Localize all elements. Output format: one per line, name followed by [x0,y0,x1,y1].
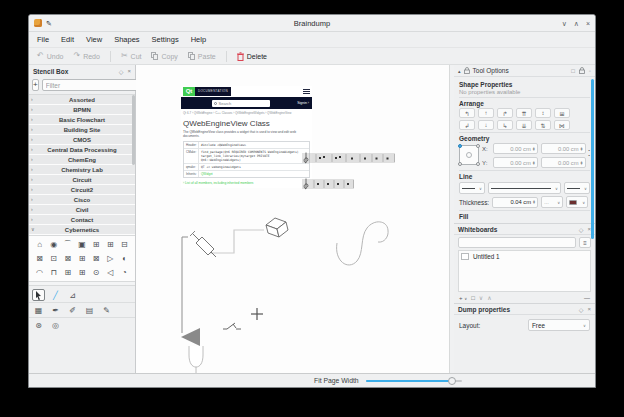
arrange-button[interactable]: ↓ [478,120,494,130]
stencil-shape-thumbnail[interactable]: ◐ [118,252,131,265]
float-dock-icon[interactable]: ◇ [579,226,584,233]
arrange-button[interactable]: ⇈ [516,108,532,118]
redo-button[interactable]: ↷ Redo [73,52,99,60]
zoom-tool-button[interactable]: ◎ [49,320,62,332]
arrange-button[interactable]: ↳ [497,120,513,130]
pattern-tool-button[interactable]: ▦ [32,304,45,316]
delete-button[interactable]: Delete [237,52,267,61]
stencil-category[interactable]: › Civil [29,205,135,214]
eraser-tool-button[interactable]: ✐ [66,304,79,316]
zoom-slider-handle[interactable] [448,377,456,385]
stencil-category[interactable]: › Circuit2 [29,185,135,194]
remove-whiteboard-button[interactable]: — [584,295,590,301]
stencil-category[interactable]: › Circuit [29,175,135,184]
cuboid-shape[interactable] [266,218,288,237]
stencil-category[interactable]: › CMOS [29,135,135,144]
stencil-shape-thumbnail[interactable]: ◁ [104,266,117,279]
stencil-shape-thumbnail[interactable]: ⊞ [75,266,88,279]
menu-item[interactable]: File [37,35,49,44]
close-dock-icon[interactable]: × [127,68,131,75]
maximize-button[interactable]: ∧ [574,20,579,27]
connector-tool-button[interactable]: ⊿ [66,289,79,301]
stencil-category[interactable]: ∨ Cybernetics [29,225,135,234]
stencil-shape-thumbnail[interactable]: ⊞ [104,238,117,251]
resistor-shape[interactable] [190,231,216,257]
lock-dock-icon[interactable] [579,67,585,74]
float-dock-icon[interactable]: ◇ [119,68,124,75]
close-dock-icon[interactable]: × [587,306,591,313]
width-field[interactable]: 0.00 cm ▴▾ [541,143,586,154]
stencil-category[interactable]: › Chemistry Lab [29,165,135,174]
copy-button[interactable]: Copy [151,52,177,60]
height-field[interactable]: 0.00 cm ▴▾ [541,157,586,168]
minimize-button[interactable]: ∨ [562,20,567,27]
line-cap-select[interactable]: … ∨ [541,196,563,208]
keep-aspect-icon[interactable]: ▪▪ [589,149,590,158]
stencil-shape-thumbnail[interactable]: ⊠ [90,252,103,265]
stencil-shape-thumbnail[interactable]: ⊙ [90,266,103,279]
stencil-category[interactable]: › Cisco [29,195,135,204]
stencil-shape-thumbnail[interactable]: ⊞ [90,238,103,251]
select-tool-button[interactable] [32,289,45,301]
menu-item[interactable]: View [86,35,102,44]
stencil-shape-thumbnail[interactable]: ⌂ [33,238,46,251]
stencil-shape-thumbnail[interactable]: ⊟ [118,238,131,251]
move-down-button[interactable]: ∨ [479,294,483,301]
stencil-shape-thumbnail[interactable]: ⊡ [47,252,60,265]
tool-options-scrollbar[interactable] [591,79,594,239]
stencil-hscrollbar[interactable] [29,281,135,286]
connector-line-shape[interactable] [210,230,264,253]
collapse-icon[interactable]: ▴ [458,68,461,74]
stencil-shape-thumbnail[interactable]: ⌒ [61,238,74,251]
tube-shape[interactable] [189,346,203,367]
detach-dock-icon[interactable]: □ [571,68,575,74]
menu-item[interactable]: Shapes [114,35,139,44]
stencil-shape-thumbnail[interactable]: ⊠ [33,252,46,265]
zoom-slider[interactable] [366,377,462,385]
s-curve-shape[interactable] [337,222,389,265]
stencil-category[interactable]: › Building Site [29,125,135,134]
stencil-category[interactable]: › Basic Flowchart [29,115,135,124]
zoom-mode-label[interactable]: Fit Page Width [314,377,359,384]
arrange-button[interactable]: ↱ [497,108,513,118]
menu-item[interactable]: Settings [152,35,179,44]
add-stencil-button[interactable]: + [32,79,39,91]
arrange-button[interactable]: ↑ [478,108,494,118]
stencil-shape-thumbnail[interactable]: ⊠ [61,252,74,265]
pen-tool-button[interactable]: ✎ [100,304,113,316]
cross-shape[interactable] [251,308,263,320]
position-anchor-widget[interactable] [459,145,479,165]
line-color-select[interactable]: ∨ [566,196,588,208]
x-position-field[interactable]: 0.00 cm ▴▾ [493,143,538,154]
stencil-shape-thumbnail[interactable]: ◔ [118,266,131,279]
paste-button[interactable]: Paste [188,52,216,60]
stencil-shape-thumbnail[interactable]: ⊓ [47,266,60,279]
line-start-marker-select[interactable]: ∨ [459,182,485,194]
arrange-button[interactable]: ⇅ [535,120,551,130]
arrange-button[interactable]: ⇊ [516,120,532,130]
move-up-button[interactable]: ∧ [487,294,491,301]
polyline-shape[interactable] [182,237,188,333]
menu-item[interactable]: Help [191,35,206,44]
layout-select[interactable]: Free ∨ [528,319,590,331]
switch-shape[interactable] [223,323,241,329]
stencil-category[interactable]: › Assorted [29,95,135,104]
stencil-shape-thumbnail[interactable]: ◠ [33,266,46,279]
stencil-filter-input[interactable] [42,79,138,91]
cut-button[interactable]: ✂ Cut [121,52,142,60]
whiteboard-name-input[interactable] [458,237,576,248]
stencil-category[interactable]: › BPMN [29,105,135,114]
pin-dock-icon[interactable]: ◦ [589,68,591,74]
arrange-button[interactable]: ↰ [459,108,475,118]
stamp-tool-button[interactable]: ▤ [83,304,96,316]
stencil-shape-thumbnail[interactable]: ▷ [104,252,117,265]
stencil-category[interactable]: › Central Data Processing [29,145,135,154]
arrange-button[interactable]: ↲ [459,120,475,130]
stencil-category[interactable]: › Contact [29,215,135,224]
arrowhead-shape[interactable] [181,328,200,346]
pencil-tool-button[interactable]: ╱ [49,289,62,301]
arrange-button[interactable]: ⊞ [554,108,570,118]
arrange-button[interactable]: ↕ [535,108,551,118]
stencil-shape-thumbnail[interactable]: ◉ [47,238,60,251]
undo-button[interactable]: ↶ Undo [37,52,63,60]
